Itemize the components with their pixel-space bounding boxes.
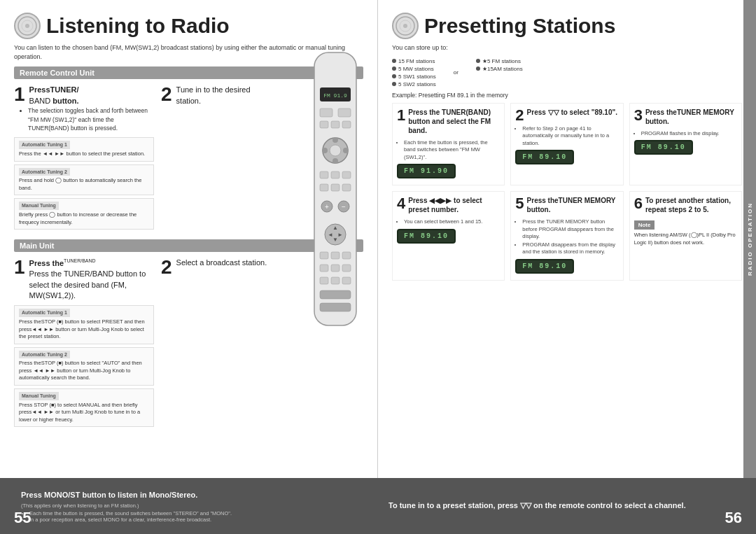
auto-tune2-box: Automatic Tuning 2 Press and hold ◯ butt… (14, 164, 154, 196)
svg-text:−: − (342, 203, 346, 211)
svg-rect-32 (320, 252, 328, 259)
steps-4-6: 4 Press ◀◀▶▶ to select preset number. Yo… (392, 191, 742, 281)
svg-rect-8 (320, 121, 328, 128)
right-step2: 2 Press ▽▽ to select "89.10". Refer to S… (510, 103, 623, 186)
bottom-mono-bold: Press MONO/ST button to listen in Mono/S… (21, 491, 197, 499)
svg-point-2 (25, 24, 29, 28)
bottom-left: Press MONO/ST button to listen in Mono/S… (21, 489, 368, 524)
main-step1: 1 Press theTUNER/BAND Press the TUNER/BA… (14, 258, 154, 301)
svg-point-16 (330, 145, 341, 156)
svg-text:►: ► (337, 232, 343, 238)
step3-note: PROGRAM flashes in the display. (634, 130, 737, 138)
bottom-right: To tune in to a preset station, press ▽▽… (368, 500, 735, 512)
svg-point-14 (322, 148, 328, 153)
bottom-bar: Press MONO/ST button to listen in Mono/S… (0, 478, 756, 534)
svg-point-45 (403, 24, 407, 28)
remote-step1-note: The selection toggles back and forth bet… (20, 106, 154, 133)
svg-text:▲: ▲ (332, 225, 338, 231)
main-step2: 2 Select a broadcast station. (161, 258, 273, 277)
svg-rect-40 (342, 277, 351, 284)
step3-title: Press theTUNER MEMORY button. (645, 108, 737, 126)
page-number-55: 55 (14, 509, 31, 527)
step2-display: FM 89.10 (515, 150, 574, 164)
left-title-icon (14, 13, 41, 39)
svg-text:◄: ◄ (328, 232, 333, 238)
svg-rect-37 (342, 265, 351, 272)
svg-rect-38 (320, 277, 328, 284)
main-auto2-box: Automatic Tuning 2 Press theSTOP (■) but… (14, 347, 154, 386)
store-bullets: 15 FM stations 5 MW stations 5 SW1 stati… (392, 58, 742, 87)
steps-1-3: 1 Press the TUNER(BAND) button and selec… (392, 103, 742, 186)
step1-note: Each time the button is pressed, the ban… (397, 139, 500, 162)
right-page-title: Presetting Stations (392, 13, 742, 39)
radio-operation-sidebar: RADIO OPERATION (743, 0, 756, 478)
step5-title: Press theTUNER MEMORY button. (527, 196, 619, 214)
step6-title: To preset another station, repeat steps … (645, 196, 737, 214)
svg-rect-7 (338, 108, 351, 117)
step1-display: FM 91.90 (397, 164, 456, 178)
manual-tune-box: Manual Tuning Briefly press ◯ button to … (14, 198, 154, 230)
store-or: or (450, 69, 462, 76)
svg-rect-19 (342, 171, 351, 178)
step4-display: FM 89.10 (397, 229, 456, 244)
right-step3: 3 Press theTUNER MEMORY button. PROGRAM … (629, 103, 742, 186)
example-text: Example: Presetting FM 89.1 in the memor… (392, 92, 742, 99)
svg-rect-9 (331, 121, 340, 128)
step2-note: Refer to Step 2 on page 41 to automatica… (515, 125, 618, 148)
svg-rect-18 (331, 171, 340, 178)
svg-rect-6 (320, 108, 332, 117)
svg-point-12 (332, 137, 338, 143)
step1-tuner: TUNER/ (50, 85, 79, 94)
page-left: Listening to Radio You can listen to the… (0, 0, 378, 478)
svg-rect-17 (320, 171, 328, 178)
step5-display: FM 89.10 (515, 259, 574, 274)
auto-tune1-box: Automatic Tuning 1 Press the ◄◄ ►► butto… (14, 137, 154, 161)
svg-rect-22 (342, 184, 351, 191)
right-step1: 1 Press the TUNER(BAND) button and selec… (392, 103, 505, 186)
right-step6: 6 To preset another station, repeat step… (629, 191, 742, 281)
svg-rect-36 (331, 265, 340, 272)
bottom-preset-text: To tune in to a preset station, press ▽▽… (388, 501, 686, 510)
svg-rect-39 (331, 277, 340, 284)
store-col-left: 15 FM stations 5 MW stations 5 SW1 stati… (392, 58, 436, 87)
store-up-text: You can store up to: (392, 43, 742, 52)
svg-rect-34 (342, 252, 351, 259)
right-step5: 5 Press theTUNER MEMORY button. Press th… (510, 191, 623, 281)
left-page-title: Listening to Radio (14, 13, 363, 39)
svg-text:+: + (325, 203, 329, 211)
main-manual-box: Manual Tuning Press STOP (■) to select M… (14, 388, 154, 427)
svg-point-15 (343, 148, 349, 153)
remote-illustration: FM 91.9 (300, 49, 370, 343)
page-right: Presetting Stations You can store up to:… (378, 0, 756, 478)
remote-step1: 1 PressTUNER/ BAND button. (14, 85, 154, 106)
page-number-56: 56 (725, 509, 742, 527)
svg-rect-41 (320, 290, 351, 299)
step1-title: Press the TUNER(BAND) button and select … (408, 108, 500, 135)
right-step4: 4 Press ◀◀▶▶ to select preset number. Yo… (392, 191, 505, 281)
note-text: When listening AM/SW (◯)PL II (Dolby Pro… (634, 232, 737, 246)
svg-rect-10 (342, 121, 351, 128)
svg-rect-20 (320, 184, 328, 191)
step5-notes: Press the TUNER MEMORY button before PRO… (515, 218, 618, 256)
svg-rect-33 (331, 252, 340, 259)
radio-operation-label: RADIO OPERATION (747, 202, 753, 276)
step3-display: FM 89.10 (634, 140, 693, 155)
remote-step2: 2 Tune in to the desired station. (161, 85, 273, 106)
right-title-icon (392, 13, 419, 39)
svg-rect-42 (320, 303, 351, 311)
svg-text:FM 91.9: FM 91.9 (323, 92, 347, 99)
step4-title: Press ◀◀▶▶ to select preset number. (408, 196, 500, 214)
svg-rect-21 (331, 184, 340, 191)
bottom-bullets: Each time the button is pressed, the sou… (21, 510, 368, 523)
main-auto1-box: Automatic Tuning 1 Press theSTOP (■) but… (14, 305, 154, 344)
step2-title: Press ▽▽ to select "89.10". (527, 108, 617, 117)
step1-press: Press (29, 85, 50, 94)
bottom-sub: (This applies only when listening to an … (21, 503, 368, 509)
svg-point-13 (332, 158, 338, 164)
note-label: Note (634, 220, 655, 230)
store-col-right: ★5 FM stations ★15AM stations (476, 58, 523, 87)
svg-rect-35 (320, 265, 328, 272)
step4-note: You can select between 1 and 15. (397, 218, 500, 226)
